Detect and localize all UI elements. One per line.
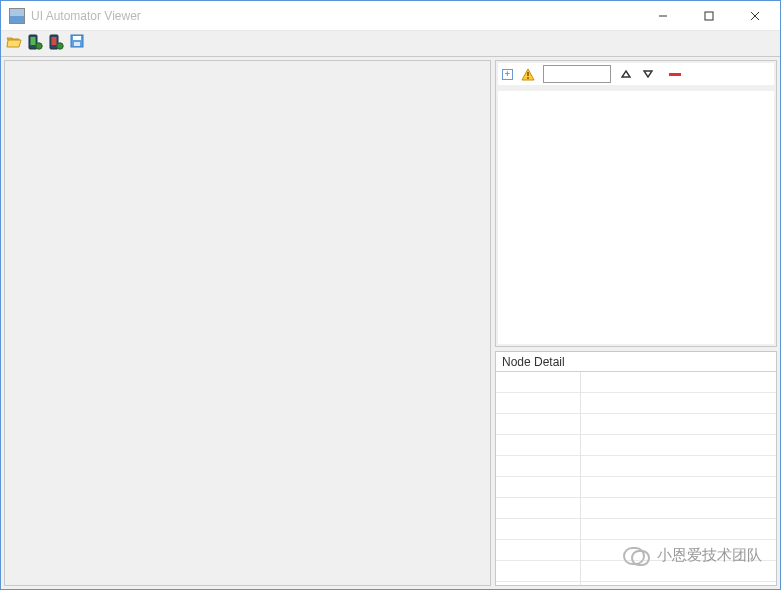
tree-toolbar: + [498,63,774,85]
toggle-naf-icon[interactable] [521,68,535,81]
folder-open-icon [6,35,22,53]
table-row [496,540,580,561]
save-icon [70,34,85,53]
open-file-button[interactable] [5,35,23,53]
svg-point-9 [57,42,63,48]
svg-rect-12 [74,42,80,46]
window-title: UI Automator Viewer [31,9,640,23]
svg-point-6 [36,42,42,48]
svg-point-14 [527,77,529,79]
table-row [581,414,776,435]
window-controls [640,1,778,30]
content-area: + Node Detail [1,57,780,589]
node-detail-header: Node Detail [496,352,776,372]
clear-search-icon[interactable] [669,73,681,76]
table-row [581,372,776,393]
table-row [496,519,580,540]
table-row [496,393,580,414]
hierarchy-tree[interactable] [498,85,774,344]
table-row [496,372,580,393]
table-row [581,435,776,456]
svg-rect-11 [73,36,81,40]
table-row [496,477,580,498]
screenshot-pane[interactable] [4,60,491,586]
table-row [496,561,580,582]
table-row [581,519,776,540]
svg-rect-5 [31,37,36,45]
svg-rect-8 [52,37,57,45]
device-screenshot-compressed-button[interactable] [47,35,65,53]
node-detail-pane: Node Detail [495,351,777,586]
table-row [581,393,776,414]
table-row [581,477,776,498]
device-dump-icon [27,34,43,54]
search-next-button[interactable] [641,69,655,80]
titlebar: UI Automator Viewer [1,1,780,31]
table-row [496,414,580,435]
table-row [496,498,580,519]
table-row [581,540,776,561]
table-row [581,498,776,519]
search-prev-button[interactable] [619,69,633,80]
device-screenshot-button[interactable] [26,35,44,53]
right-column: + Node Detail [495,60,777,586]
expand-all-icon[interactable]: + [502,69,513,80]
maximize-button[interactable] [686,1,732,30]
device-dump-compressed-icon [48,34,64,54]
minimize-button[interactable] [640,1,686,30]
table-row [581,456,776,477]
save-button[interactable] [68,35,86,53]
svg-rect-1 [705,12,713,20]
app-icon [9,8,25,24]
table-row [496,456,580,477]
hierarchy-pane: + [495,60,777,347]
app-window: UI Automator Viewer [0,0,781,590]
table-row [496,435,580,456]
close-button[interactable] [732,1,778,30]
node-detail-table[interactable] [496,372,776,585]
table-row [581,561,776,582]
tree-search-input[interactable] [543,65,611,83]
toolbar [1,31,780,57]
